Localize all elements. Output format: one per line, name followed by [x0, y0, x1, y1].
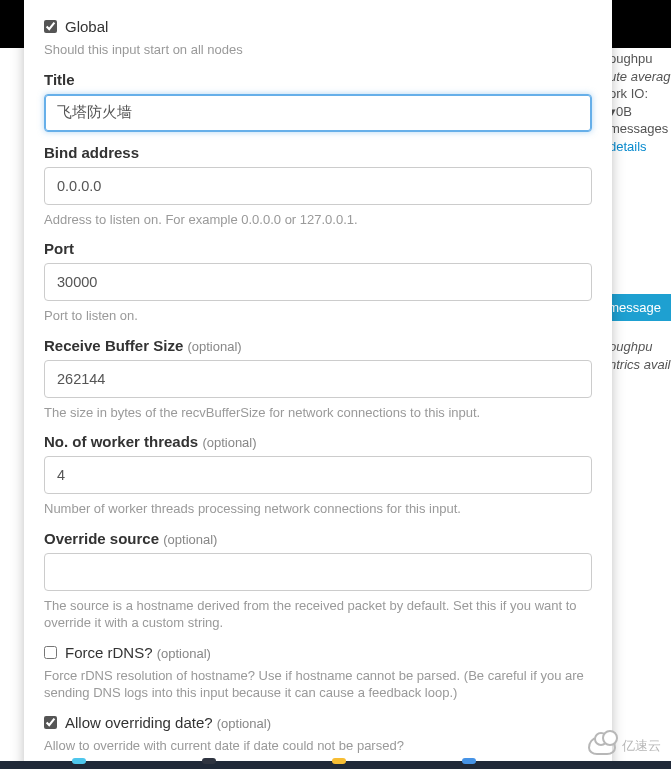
allow-override-date-checkbox[interactable] — [44, 716, 57, 729]
port-help: Port to listen on. — [44, 307, 592, 325]
bind-address-help: Address to listen on. For example 0.0.0.… — [44, 211, 592, 229]
title-input[interactable] — [44, 94, 592, 132]
override-source-label: Override source (optional) — [44, 530, 592, 547]
background-metrics-partial: oughpu ute averag ork IO: ▾0B messages d… — [609, 50, 671, 155]
worker-threads-input[interactable] — [44, 456, 592, 494]
force-rdns-checkbox[interactable] — [44, 646, 57, 659]
background-metrics-partial-2: oughpu ntrics avail — [609, 338, 671, 373]
watermark: 亿速云 — [588, 737, 661, 755]
bind-address-input[interactable] — [44, 167, 592, 205]
global-label: Global — [65, 18, 108, 35]
optional-tag: (optional) — [202, 435, 256, 450]
taskbar-item-icon[interactable] — [202, 758, 216, 764]
recv-buffer-label: Receive Buffer Size (optional) — [44, 337, 592, 354]
force-rdns-label: Force rDNS? (optional) — [65, 644, 211, 661]
force-rdns-help: Force rDNS resolution of hostname? Use i… — [44, 667, 592, 702]
optional-tag: (optional) — [217, 716, 271, 731]
override-source-help: The source is a hostname derived from th… — [44, 597, 592, 632]
input-config-modal: Global Should this input start on all no… — [24, 0, 612, 769]
allow-override-date-help: Allow to override with current date if d… — [44, 737, 592, 755]
taskbar[interactable] — [0, 761, 671, 769]
port-label: Port — [44, 240, 592, 257]
bind-address-label: Bind address — [44, 144, 592, 161]
details-link[interactable]: details — [609, 139, 647, 154]
optional-tag: (optional) — [157, 646, 211, 661]
recv-buffer-help: The size in bytes of the recvBufferSize … — [44, 404, 592, 422]
title-label: Title — [44, 71, 592, 88]
worker-threads-help: Number of worker threads processing netw… — [44, 500, 592, 518]
cloud-icon — [588, 737, 616, 755]
optional-tag: (optional) — [163, 532, 217, 547]
allow-override-date-label: Allow overriding date? (optional) — [65, 714, 271, 731]
taskbar-item-icon[interactable] — [462, 758, 476, 764]
override-source-input[interactable] — [44, 553, 592, 591]
worker-threads-label: No. of worker threads (optional) — [44, 433, 592, 450]
recv-buffer-input[interactable] — [44, 360, 592, 398]
port-input[interactable] — [44, 263, 592, 301]
optional-tag: (optional) — [187, 339, 241, 354]
taskbar-item-icon[interactable] — [332, 758, 346, 764]
taskbar-item-icon[interactable] — [72, 758, 86, 764]
global-help: Should this input start on all nodes — [44, 41, 592, 59]
global-checkbox[interactable] — [44, 20, 57, 33]
watermark-text: 亿速云 — [622, 737, 661, 755]
